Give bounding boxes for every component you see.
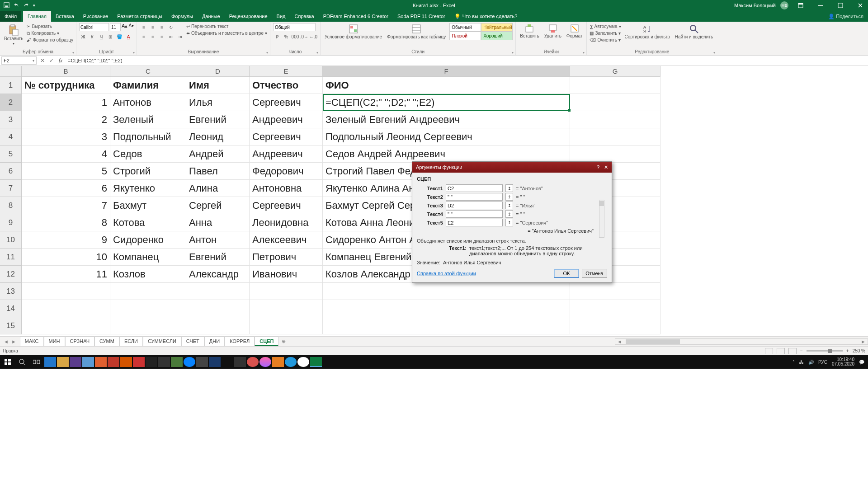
arg-input[interactable] (446, 184, 503, 192)
cell[interactable]: Андреевич (250, 111, 323, 128)
redo-icon[interactable] (23, 2, 29, 9)
cell[interactable]: Зеленый Евгений Андреевич (323, 111, 570, 128)
sheet-tab[interactable]: СУММ (94, 337, 119, 346)
font-name-select[interactable] (79, 23, 109, 31)
cell[interactable]: Сергей (186, 197, 250, 214)
view-layout-icon[interactable] (777, 348, 785, 354)
ribbon-tab[interactable]: Справка (290, 11, 319, 22)
cell[interactable]: Бахмут (110, 197, 186, 214)
col-header[interactable]: C (110, 66, 186, 77)
cell[interactable]: Компанец (110, 249, 186, 266)
share-button[interactable]: 👤Поделиться (824, 11, 868, 22)
format-painter-button[interactable]: 🖌Формат по образцу (27, 37, 73, 43)
sheet-tab[interactable]: СЦЕП (255, 337, 278, 346)
cell[interactable]: Седов (110, 145, 186, 163)
cell[interactable] (250, 300, 323, 317)
tray-network-icon[interactable]: 🖧 (799, 360, 804, 365)
cell[interactable]: Андрей (186, 145, 250, 163)
sheet-tab[interactable]: МАКС (20, 337, 44, 346)
align-center-icon[interactable]: ≡ (149, 33, 157, 41)
row-header[interactable]: 2 (0, 94, 22, 111)
cell[interactable] (186, 283, 250, 300)
cell[interactable]: Петрович (250, 249, 323, 266)
view-normal-icon[interactable] (765, 348, 773, 354)
merge-button[interactable]: ⬌Объединить и поместить в центре ▾ (186, 30, 267, 37)
ribbon-tab[interactable]: Вид (272, 11, 290, 22)
select-all-corner[interactable] (0, 66, 22, 77)
ribbon-tab[interactable]: Рецензирование (225, 11, 272, 22)
col-header[interactable]: D (186, 66, 250, 77)
format-table-button[interactable]: Форматировать как таблицу (386, 23, 447, 41)
cell[interactable] (323, 317, 570, 334)
range-picker-icon[interactable]: ↥ (505, 184, 513, 192)
tb-excel[interactable] (310, 357, 322, 367)
comma-icon[interactable]: 000 (291, 33, 299, 41)
avatar[interactable]: МВ (780, 1, 788, 9)
tray-clock[interactable]: 10:19:4007.05.2020 (832, 357, 854, 367)
sheet-tab[interactable]: СЧЁТ (181, 337, 204, 346)
range-picker-icon[interactable]: ↥ (505, 210, 513, 218)
cell[interactable]: =СЦЕП(C2;" ";D2;" ";E2) (323, 94, 570, 111)
sort-filter-button[interactable]: АЯСортировка и фильтр (623, 23, 671, 41)
next-sheet-icon[interactable]: ► (11, 339, 16, 344)
align-mid-icon[interactable]: ≡ (149, 23, 157, 31)
tb-app-6[interactable] (108, 357, 119, 367)
tb-app-1[interactable] (44, 357, 56, 367)
start-button[interactable] (1, 356, 14, 368)
cell[interactable] (22, 283, 110, 300)
clear-button[interactable]: ⌫Очистить ▾ (590, 37, 621, 43)
inc-decimal-icon[interactable]: .0→ (300, 33, 308, 41)
tb-app-2[interactable] (57, 357, 69, 367)
user-name[interactable]: Максим Волоцкий (734, 3, 776, 8)
tb-app-19[interactable] (272, 357, 284, 367)
dec-decimal-icon[interactable]: ←.0 (309, 33, 317, 41)
function-help-link[interactable]: Справка по этой функции (417, 271, 476, 276)
sheet-tab[interactable]: КОРРЕЛ (225, 337, 255, 346)
indent-dec-icon[interactable]: ⇤ (167, 33, 175, 41)
search-icon[interactable] (15, 356, 29, 368)
ribbon-tab[interactable]: Формулы (167, 11, 198, 22)
ribbon-tab[interactable]: Разметка страницы (113, 11, 167, 22)
align-left-icon[interactable]: ≡ (140, 33, 148, 41)
sheet-tab[interactable]: МИН (44, 337, 65, 346)
row-header[interactable]: 1 (0, 77, 22, 94)
cell[interactable]: Зеленый (110, 111, 186, 128)
tb-app-20[interactable] (285, 357, 297, 367)
tray-expand-icon[interactable]: ˄ (793, 360, 795, 365)
ribbon-tab[interactable]: Главная (23, 11, 51, 22)
ribbon-tab[interactable]: Soda PDF 11 Creator (393, 11, 450, 22)
cell[interactable] (570, 145, 660, 163)
number-format-select[interactable] (273, 23, 316, 31)
col-header[interactable]: F (323, 66, 570, 77)
cell[interactable]: Подпольный (110, 128, 186, 145)
name-box[interactable]: F2▾ (1, 56, 37, 65)
cell[interactable]: Иванович (250, 266, 323, 283)
cell[interactable]: Александр (186, 266, 250, 283)
cancel-button[interactable]: Отмена (582, 269, 607, 278)
tb-app-12[interactable] (184, 357, 195, 367)
cell[interactable]: Седов Андрей Андреевич (323, 145, 570, 163)
cell[interactable]: Алина (186, 180, 250, 197)
zoom-out-icon[interactable]: − (800, 348, 803, 353)
tray-notifications-icon[interactable]: 💬 (859, 360, 864, 365)
cell[interactable]: 6 (22, 180, 110, 197)
zoom-slider[interactable] (807, 350, 843, 352)
cell[interactable] (570, 77, 660, 94)
cell[interactable]: Анна (186, 214, 250, 231)
cond-format-button[interactable]: Условное форматирование (323, 23, 383, 41)
row-header[interactable]: 14 (0, 300, 22, 317)
dialog-help-icon[interactable]: ? (597, 164, 599, 170)
tb-app-10[interactable] (158, 357, 170, 367)
cell[interactable]: 9 (22, 231, 110, 249)
style-bad[interactable]: Плохой (449, 32, 481, 40)
shrink-font-icon[interactable]: A▾ (128, 23, 134, 31)
orientation-icon[interactable]: ↻ (167, 23, 175, 31)
cell[interactable]: Козлов (110, 266, 186, 283)
cell[interactable] (570, 300, 660, 317)
ribbon-tab[interactable]: Данные (198, 11, 225, 22)
style-normal[interactable]: Обычный (449, 23, 481, 32)
dialog-titlebar[interactable]: Аргументы функции ?✕ (412, 162, 612, 173)
cell[interactable]: № сотрудника (22, 77, 110, 94)
row-header[interactable]: 15 (0, 317, 22, 334)
tb-app-5[interactable] (95, 357, 107, 367)
